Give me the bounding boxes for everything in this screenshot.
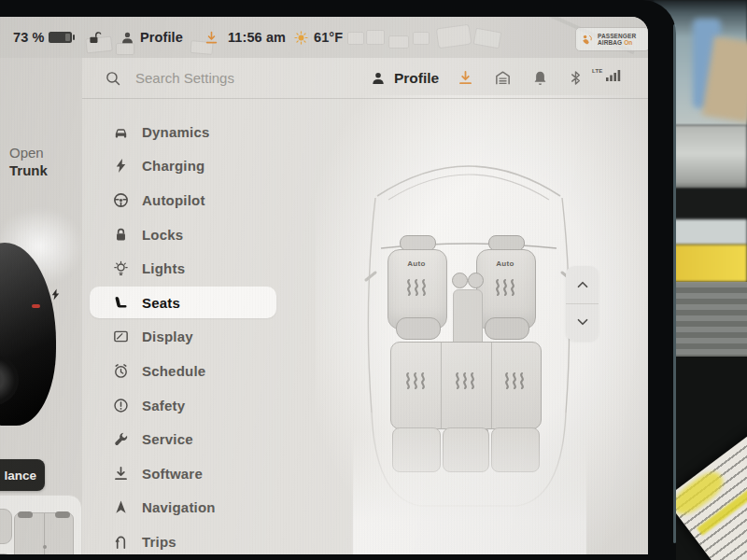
cupholder — [468, 273, 484, 288]
menu-item-label: Safety — [142, 398, 185, 413]
menu-item-label: Charging — [142, 158, 204, 174]
lock-icon — [112, 226, 130, 244]
menu-item-display[interactable]: Display — [82, 320, 362, 355]
menu-item-label: Display — [142, 329, 193, 344]
rear-right-cushion — [491, 427, 540, 472]
menu-item-trips[interactable]: Trips — [82, 525, 362, 554]
status-bar: 73 % Profile 11:56 am 61°F — [0, 17, 648, 58]
menu-item-schedule[interactable]: Schedule — [82, 354, 362, 388]
headrest-mark — [55, 511, 70, 518]
highlighted-book-page — [665, 392, 747, 560]
status-profile[interactable]: Profile — [120, 17, 183, 58]
menu-item-label: Lights — [142, 260, 185, 276]
seat-heater-icon[interactable] — [402, 364, 430, 392]
rear-wheel — [0, 355, 19, 405]
menu-item-safety[interactable]: Safety — [82, 388, 362, 423]
airbag-state: On — [624, 39, 632, 46]
download-icon[interactable] — [457, 69, 474, 87]
unlocked-icon — [87, 30, 103, 46]
chevron-down-icon — [574, 314, 591, 330]
battery-percent: 73 % — [13, 30, 44, 45]
menu-item-lights[interactable]: Lights — [82, 251, 362, 286]
menu-item-seats[interactable]: Seats — [82, 286, 362, 320]
front-right-auto-label: Auto — [476, 259, 534, 268]
map-building — [388, 35, 409, 49]
menu-item-autopilot[interactable]: Autopilot — [82, 183, 362, 217]
seat-heater-icon[interactable] — [500, 364, 529, 392]
profile-menu[interactable]: Profile — [370, 58, 439, 98]
open-trunk-line2: Trunk — [9, 161, 48, 179]
settings-panel: Profile LTE DynamicsChargingAutopilotLoc… — [82, 58, 648, 554]
latch-dot — [43, 545, 47, 549]
schedule-icon — [112, 362, 130, 380]
navigation-icon — [112, 498, 130, 516]
garage-icon[interactable] — [494, 69, 512, 87]
wrench-icon — [112, 430, 130, 448]
bezel-edge-highlight — [673, 24, 676, 543]
seat-heater-icon[interactable] — [491, 271, 519, 299]
status-profile-label: Profile — [140, 30, 183, 45]
menu-item-label: Navigation — [142, 499, 216, 515]
seat-heater-icon[interactable] — [451, 364, 479, 392]
front-right-cushion — [485, 317, 529, 340]
menu-item-label: Locks — [142, 227, 183, 243]
seat-thumb — [0, 509, 12, 544]
passenger-airbag-indicator: PASSENGER AIRBAG On — [575, 27, 648, 51]
charge-port-bolt-icon[interactable] — [49, 287, 63, 301]
car-icon — [112, 123, 130, 141]
time-label: 11:56 am — [228, 30, 286, 45]
menu-item-label: Dynamics — [142, 124, 209, 140]
light-icon — [112, 259, 130, 277]
open-trunk-line1: Open — [9, 144, 48, 161]
menu-item-locks[interactable]: Locks — [82, 217, 362, 252]
menu-item-dynamics[interactable]: Dynamics — [82, 115, 362, 149]
software-update-available[interactable] — [204, 17, 219, 58]
safety-icon — [112, 397, 130, 414]
menu-item-service[interactable]: Service — [82, 422, 362, 456]
map-building — [366, 30, 385, 45]
airbag-line2: AIRBAG On — [598, 39, 636, 47]
rear-bench-thumb — [14, 512, 74, 554]
map-building — [347, 32, 364, 45]
menu-item-label: Autopilot — [142, 192, 205, 208]
seat-fold-card[interactable] — [0, 495, 82, 554]
sun-icon — [293, 30, 309, 46]
bell-icon[interactable] — [531, 69, 549, 87]
menu-item-label: Seats — [142, 295, 180, 311]
rear-left-cushion — [392, 427, 441, 472]
display-icon — [112, 328, 130, 345]
search-input[interactable] — [134, 69, 305, 87]
rear-center-cushion — [443, 427, 489, 472]
airbag-line1: PASSENGER — [598, 33, 636, 40]
tesla-touchscreen: 73 % Profile 11:56 am 61°F — [0, 17, 648, 554]
chevron-up-icon — [574, 276, 591, 293]
scroll-up-button[interactable] — [566, 266, 599, 303]
map-building — [413, 32, 430, 45]
bluetooth-icon[interactable] — [567, 69, 585, 87]
trips-icon — [112, 533, 130, 551]
seat-heater-icon[interactable] — [402, 271, 430, 299]
headrest-mark — [18, 511, 33, 518]
menu-item-charging[interactable]: Charging — [82, 149, 362, 184]
settings-toolbar: Profile LTE — [82, 58, 648, 99]
open-trunk-button[interactable]: Open Trunk — [9, 144, 48, 179]
tooltip-badge: lance — [0, 459, 45, 491]
person-icon — [370, 70, 387, 87]
lock-status[interactable] — [87, 17, 103, 58]
menu-item-label: Service — [142, 431, 193, 447]
signal-bars-icon — [604, 66, 623, 83]
steering-wheel-icon — [112, 191, 130, 209]
scroll-down-button[interactable] — [566, 304, 599, 342]
menu-item-label: Software — [142, 466, 203, 482]
front-left-auto-label: Auto — [388, 259, 445, 268]
menu-item-label: Schedule — [142, 363, 205, 379]
menu-item-software[interactable]: Software — [82, 456, 362, 491]
seat-icon — [112, 294, 130, 312]
menu-item-navigation[interactable]: Navigation — [82, 491, 362, 525]
car-top-view-diagram: Auto Auto — [362, 123, 575, 553]
tooltip-text: lance — [4, 469, 36, 483]
search-settings[interactable] — [105, 58, 305, 98]
settings-menu: DynamicsChargingAutopilotLocksLightsSeat… — [82, 115, 362, 554]
profile-label: Profile — [394, 70, 439, 87]
front-left-cushion — [396, 317, 441, 340]
